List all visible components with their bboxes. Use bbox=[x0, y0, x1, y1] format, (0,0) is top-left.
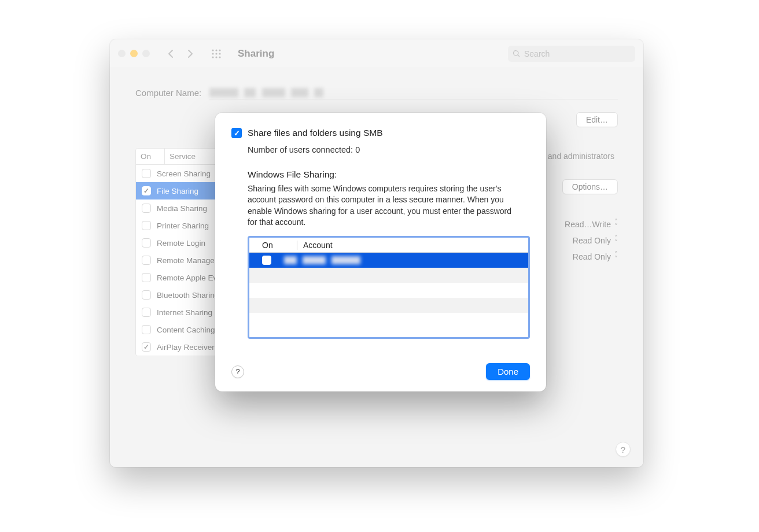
service-row-media-sharing[interactable]: Media Sharing bbox=[136, 200, 227, 217]
service-row-file-sharing[interactable]: File Sharing bbox=[136, 182, 227, 200]
services-list: On Service Screen Sharing File Sharing M… bbox=[135, 148, 228, 356]
services-header-service: Service bbox=[165, 149, 200, 164]
accounts-header-account: Account bbox=[303, 241, 333, 250]
smb-label: Share files and folders using SMB bbox=[248, 128, 382, 138]
minimize-window-button[interactable] bbox=[130, 50, 138, 57]
service-row-remote-management[interactable]: Remote Management bbox=[136, 252, 227, 269]
window-title: Sharing bbox=[238, 48, 274, 60]
search-placeholder: Search bbox=[524, 49, 550, 58]
service-row-remote-apple-events[interactable]: Remote Apple Events bbox=[136, 269, 227, 286]
account-row-empty bbox=[249, 313, 528, 328]
file-sharing-options-sheet: Share files and folders using SMB Number… bbox=[215, 113, 546, 391]
account-row-empty bbox=[249, 268, 528, 283]
computer-name-field[interactable] bbox=[209, 86, 618, 99]
service-checkbox[interactable] bbox=[142, 273, 151, 282]
account-row-empty bbox=[249, 283, 528, 298]
done-button[interactable]: Done bbox=[486, 363, 530, 380]
service-checkbox[interactable] bbox=[142, 342, 151, 352]
service-row-internet-sharing[interactable]: Internet Sharing bbox=[136, 304, 227, 321]
windows-file-sharing-description: Sharing files with some Windows computer… bbox=[248, 183, 519, 228]
computer-name-row: Computer Name: bbox=[135, 86, 618, 99]
titlebar: Sharing Search bbox=[110, 39, 643, 68]
service-checkbox[interactable] bbox=[142, 325, 151, 334]
forward-button[interactable] bbox=[183, 46, 197, 62]
help-button[interactable]: ? bbox=[616, 442, 631, 457]
window-controls bbox=[118, 50, 150, 57]
service-checkbox[interactable] bbox=[142, 308, 151, 317]
service-checkbox[interactable] bbox=[142, 221, 151, 230]
users-connected-label: Number of users connected: 0 bbox=[248, 145, 530, 154]
stepper-icon: ˄˅ bbox=[614, 236, 618, 245]
svg-point-8 bbox=[219, 56, 220, 58]
services-header: On Service bbox=[136, 149, 227, 165]
service-checkbox[interactable] bbox=[142, 169, 151, 178]
svg-point-0 bbox=[212, 49, 213, 51]
svg-point-4 bbox=[215, 53, 217, 54]
show-all-icon[interactable] bbox=[209, 46, 224, 61]
account-row[interactable] bbox=[249, 253, 528, 268]
back-button[interactable] bbox=[164, 46, 178, 62]
windows-file-sharing-title: Windows File Sharing: bbox=[248, 169, 530, 180]
search-icon bbox=[513, 50, 521, 58]
stepper-icon: ˄˅ bbox=[614, 220, 618, 229]
service-row-remote-login[interactable]: Remote Login bbox=[136, 234, 227, 252]
service-row-bluetooth-sharing[interactable]: Bluetooth Sharing bbox=[136, 286, 227, 304]
svg-point-5 bbox=[219, 53, 220, 54]
accounts-table[interactable]: On Account bbox=[248, 236, 530, 339]
service-checkbox[interactable] bbox=[142, 256, 151, 265]
svg-point-2 bbox=[219, 49, 220, 51]
service-row-screen-sharing[interactable]: Screen Sharing bbox=[136, 165, 227, 182]
accounts-table-header: On Account bbox=[249, 238, 528, 253]
zoom-window-button[interactable] bbox=[142, 50, 150, 57]
edit-button[interactable]: Edit… bbox=[576, 112, 618, 127]
computer-name-label: Computer Name: bbox=[135, 88, 201, 98]
service-checkbox[interactable] bbox=[142, 238, 151, 247]
svg-point-7 bbox=[215, 56, 217, 58]
service-checkbox[interactable] bbox=[142, 290, 151, 300]
svg-point-1 bbox=[215, 49, 217, 51]
svg-point-6 bbox=[212, 56, 213, 58]
account-checkbox[interactable] bbox=[262, 256, 271, 265]
service-row-content-caching[interactable]: Content Caching bbox=[136, 321, 227, 338]
service-row-printer-sharing[interactable]: Printer Sharing bbox=[136, 217, 227, 234]
stepper-icon: ˄˅ bbox=[614, 252, 618, 261]
service-checkbox[interactable] bbox=[142, 204, 151, 213]
account-row-empty bbox=[249, 298, 528, 313]
sheet-help-button[interactable]: ? bbox=[231, 365, 244, 378]
services-header-on: On bbox=[136, 149, 165, 164]
search-field[interactable]: Search bbox=[508, 46, 635, 62]
smb-checkbox[interactable] bbox=[231, 128, 242, 138]
close-window-button[interactable] bbox=[118, 50, 126, 57]
service-row-airplay-receiver[interactable]: AirPlay Receiver bbox=[136, 338, 227, 356]
svg-point-3 bbox=[212, 53, 213, 54]
options-button[interactable]: Options… bbox=[562, 179, 618, 194]
service-checkbox[interactable] bbox=[142, 186, 151, 195]
accounts-header-on: On bbox=[262, 241, 297, 250]
